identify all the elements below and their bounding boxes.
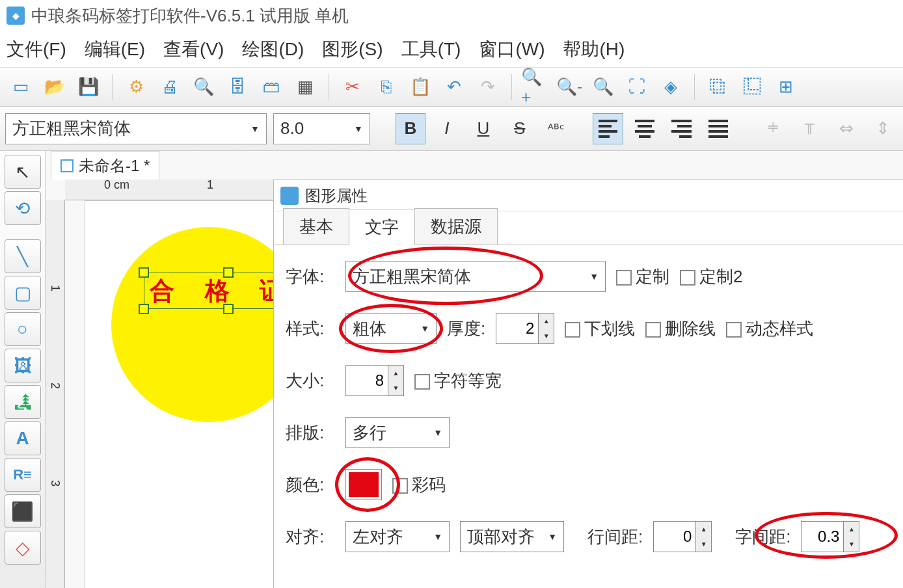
valign-combo[interactable]: 顶部对齐 ▼: [460, 521, 564, 552]
dist-h-icon[interactable]: ⫩: [759, 113, 788, 144]
zoom-out-icon[interactable]: 🔍-: [555, 73, 584, 101]
spin-down-icon[interactable]: ▼: [539, 328, 554, 343]
halign-value: 左对齐: [353, 526, 403, 548]
image-tool[interactable]: 🖼: [5, 349, 41, 382]
chevron-down-icon: ▼: [420, 323, 429, 334]
strike-button[interactable]: S: [505, 113, 535, 144]
ungroup-icon[interactable]: ⿺: [738, 73, 766, 101]
menu-draw[interactable]: 绘图(D): [242, 37, 304, 62]
zoom-fit-icon[interactable]: 🔍: [589, 73, 617, 101]
italic-button[interactable]: I: [432, 113, 462, 144]
handle-bc[interactable]: [223, 304, 234, 314]
spin-up-icon[interactable]: ▲: [388, 366, 403, 381]
align-tool-icon[interactable]: ⊞: [772, 73, 800, 101]
label-charspace: 字间距:: [735, 526, 790, 548]
align-center-button[interactable]: [630, 113, 660, 144]
menu-edit[interactable]: 编辑(E): [85, 37, 145, 62]
spin-down-icon[interactable]: ▼: [844, 537, 859, 552]
menu-file[interactable]: 文件(F): [7, 37, 66, 62]
fit-window-icon[interactable]: ⛶: [623, 73, 651, 101]
handle-bl[interactable]: [139, 304, 149, 314]
underline-button[interactable]: U: [468, 113, 498, 144]
dist-v-icon[interactable]: ⫪: [795, 113, 825, 144]
spin-down-icon[interactable]: ▼: [388, 381, 403, 395]
label-style: 样式:: [286, 317, 335, 340]
shape-tool[interactable]: ◇: [5, 531, 41, 565]
menu-view[interactable]: 查看(V): [163, 37, 224, 62]
undo-icon[interactable]: ↶: [440, 73, 468, 101]
rotate-tool[interactable]: ⟲: [5, 191, 41, 225]
checkbox-custom2[interactable]: 定制2: [680, 265, 742, 288]
align-justify-button[interactable]: [703, 113, 734, 144]
spin-up-icon[interactable]: ▲: [844, 522, 859, 537]
font-size-select[interactable]: 8.0 ▼: [273, 113, 370, 144]
cut-icon[interactable]: ✂: [338, 73, 367, 101]
bold-button[interactable]: B: [396, 113, 425, 144]
barcode-tool[interactable]: ⬛: [5, 494, 41, 528]
align-left-button[interactable]: [593, 113, 623, 144]
textpath-button[interactable]: ᴬᴮᶜ: [541, 113, 571, 144]
size-input[interactable]: [346, 366, 388, 395]
align-right-button[interactable]: [666, 113, 697, 144]
line-tool[interactable]: ╲: [5, 239, 41, 273]
copy-icon[interactable]: ⎘: [372, 73, 401, 101]
menu-tool[interactable]: 工具(T): [401, 37, 461, 62]
redo-icon[interactable]: ↷: [474, 73, 502, 101]
spin-up-icon[interactable]: ▲: [696, 522, 711, 537]
ruler-label: 2: [48, 382, 62, 389]
checkbox-monospace[interactable]: 字符等宽: [414, 369, 502, 392]
zoom-in-icon[interactable]: 🔍+: [521, 73, 550, 101]
style-combo[interactable]: 粗体 ▼: [345, 313, 437, 344]
save-icon[interactable]: 💾: [74, 73, 103, 101]
tab-basic[interactable]: 基本: [283, 208, 349, 245]
halign-combo[interactable]: 左对齐 ▼: [345, 521, 450, 552]
new-icon[interactable]: ▭: [7, 73, 35, 101]
checkbox-strike[interactable]: 删除线: [645, 317, 716, 340]
fit-selection-icon[interactable]: ◈: [656, 73, 685, 101]
spacing-v-icon[interactable]: ⇕: [868, 113, 898, 144]
menu-shape[interactable]: 图形(S): [322, 37, 383, 62]
linespace-input[interactable]: [654, 522, 695, 552]
handle-tc[interactable]: [223, 267, 234, 278]
spacing-h-icon[interactable]: ⇔: [831, 113, 861, 144]
charspace-input[interactable]: [802, 522, 843, 552]
thickness-input[interactable]: [496, 314, 538, 343]
richtext-tool[interactable]: R≡: [5, 458, 41, 492]
group-icon[interactable]: ⿻: [704, 73, 733, 101]
ellipse-tool[interactable]: ○: [5, 312, 41, 346]
handle-tl[interactable]: [139, 267, 149, 278]
grid-icon[interactable]: ▦: [291, 73, 319, 101]
checkbox-colorcode[interactable]: 彩码: [392, 474, 446, 496]
text-tool[interactable]: A: [5, 421, 41, 455]
font-combo[interactable]: 方正粗黑宋简体 ▼: [345, 261, 606, 292]
menu-window[interactable]: 窗口(W): [479, 37, 545, 62]
open-icon[interactable]: 📂: [40, 73, 69, 101]
checkbox-dynamic[interactable]: 动态样式: [726, 317, 813, 340]
color-picker[interactable]: [345, 469, 382, 500]
color-swatch: [349, 472, 379, 497]
pointer-tool[interactable]: ↖: [5, 155, 41, 189]
linespace-spinner[interactable]: ▲▼: [653, 521, 712, 552]
checkbox-custom[interactable]: 定制: [616, 265, 669, 288]
font-family-select[interactable]: 方正粗黑宋简体 ▼: [5, 113, 267, 144]
menu-help[interactable]: 帮助(H): [563, 37, 625, 62]
spin-down-icon[interactable]: ▼: [696, 537, 711, 552]
size-spinner[interactable]: ▲▼: [345, 365, 404, 396]
tab-text[interactable]: 文字: [349, 209, 415, 245]
checkbox-underline[interactable]: 下划线: [565, 317, 635, 340]
rect-tool[interactable]: ▢: [5, 276, 41, 310]
layout-combo[interactable]: 多行 ▼: [345, 417, 450, 448]
charspace-spinner[interactable]: ▲▼: [801, 521, 859, 552]
preview-icon[interactable]: 🔍: [189, 73, 218, 101]
spin-up-icon[interactable]: ▲: [539, 314, 554, 328]
document-tab[interactable]: 未命名-1 *: [51, 151, 159, 180]
settings-icon[interactable]: ⚙: [122, 73, 150, 101]
print-icon[interactable]: 🖨: [155, 73, 184, 101]
database2-icon[interactable]: 🗃: [257, 73, 286, 101]
picture-tool[interactable]: 🏞: [5, 385, 41, 419]
document-name: 未命名-1 *: [79, 155, 150, 176]
database-icon[interactable]: 🗄: [223, 73, 252, 101]
thickness-spinner[interactable]: ▲▼: [496, 313, 554, 344]
paste-icon[interactable]: 📋: [406, 73, 435, 101]
tab-data[interactable]: 数据源: [414, 208, 498, 245]
